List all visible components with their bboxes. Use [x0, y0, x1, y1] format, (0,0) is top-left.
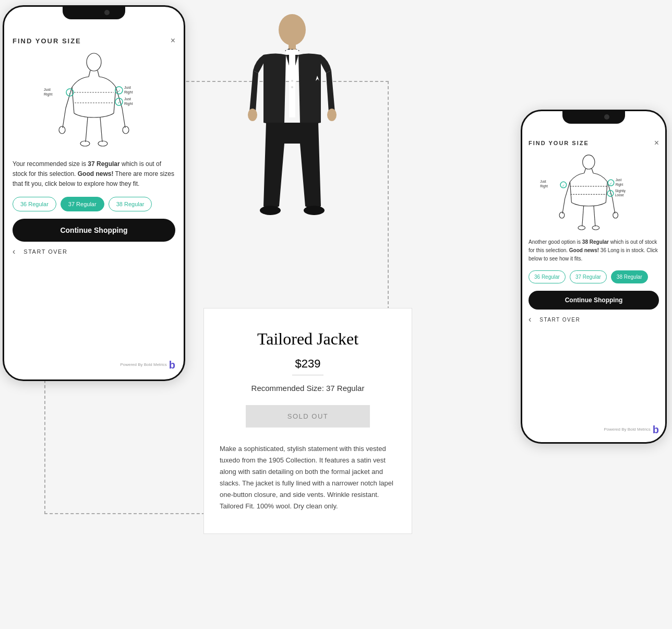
- svg-line-50: [562, 198, 565, 213]
- phone-camera-left: [104, 10, 110, 15]
- svg-text:Right: Right: [540, 184, 548, 188]
- left-phone-content: FIND YOUR SIZE ×: [4, 22, 184, 379]
- right-back-arrow-icon[interactable]: ‹: [529, 315, 531, 324]
- svg-point-9: [59, 126, 65, 134]
- svg-point-0: [87, 53, 101, 71]
- product-image-container: [219, 5, 365, 261]
- right-label-just-right-top: ✓ Just Right: [115, 86, 133, 94]
- svg-point-10: [123, 126, 129, 134]
- right-start-over-link[interactable]: START OVER: [539, 317, 580, 323]
- left-phone: FIND YOUR SIZE ×: [3, 5, 185, 381]
- svg-text:Right: Right: [124, 90, 133, 94]
- left-back-arrow-icon[interactable]: ‹: [13, 247, 15, 256]
- right-body-svg: ✓ Just Right ✓ Just Right + Slightly Loo…: [536, 153, 651, 234]
- left-start-over-link[interactable]: START OVER: [23, 248, 67, 255]
- left-size-36-regular[interactable]: 36 Regular: [13, 197, 56, 211]
- product-card: Tailored Jacket $239 Recommended Size: 3…: [203, 308, 412, 534]
- left-body-figure: ✓ Just Right ✓ Just Right ✓ Just Right: [13, 51, 175, 155]
- svg-text:Just: Just: [124, 97, 131, 101]
- sold-out-button: SOLD OUT: [246, 405, 370, 428]
- right-label-just-right-bottom: ✓ Just Right: [115, 97, 133, 106]
- svg-text:Right: Right: [616, 183, 623, 187]
- left-bottom-nav: ‹ START OVER: [13, 247, 175, 256]
- right-size-36-regular[interactable]: 36 Regular: [529, 270, 566, 283]
- svg-line-45: [592, 169, 593, 173]
- right-powered-by: Powered By Bold Metrics b: [529, 424, 659, 436]
- right-bm-logo: b: [653, 424, 659, 436]
- right-recommendation-text: Another good option is 38 Regular which …: [529, 238, 659, 263]
- right-size-buttons: 36 Regular 37 Regular 38 Regular: [529, 270, 659, 283]
- svg-text:Loose: Loose: [615, 193, 625, 197]
- svg-line-46: [570, 182, 571, 203]
- left-rec-size: 37 Regular: [88, 160, 119, 168]
- svg-line-7: [63, 108, 66, 128]
- svg-text:Just: Just: [540, 180, 546, 183]
- svg-point-56: [578, 226, 585, 230]
- svg-line-44: [584, 169, 586, 173]
- svg-point-39: [304, 206, 325, 215]
- svg-point-42: [291, 86, 293, 88]
- svg-point-29: [279, 14, 306, 45]
- svg-point-57: [592, 226, 599, 230]
- left-powered-by: Powered By Bold Metrics b: [13, 359, 175, 371]
- svg-text:✓: ✓: [117, 89, 121, 93]
- svg-line-55: [594, 206, 595, 227]
- svg-point-43: [583, 155, 595, 169]
- right-close-button[interactable]: ×: [654, 138, 659, 148]
- left-recommendation-text: Your recommended size is 37 Regular whic…: [13, 159, 175, 189]
- right-phone-right-label-top: ✓ Just Right: [608, 178, 623, 187]
- left-close-button[interactable]: ×: [171, 36, 175, 45]
- svg-text:✓: ✓: [117, 100, 121, 105]
- left-bm-logo: b: [169, 359, 175, 371]
- left-find-size-title: FIND YOUR SIZE: [13, 37, 81, 45]
- phone-notch-left: [63, 7, 125, 19]
- svg-line-12: [100, 117, 102, 142]
- right-find-size-header: FIND YOUR SIZE ×: [529, 138, 659, 148]
- svg-text:+: +: [609, 191, 611, 196]
- left-good-news: Good news!: [78, 170, 114, 177]
- right-good-news: Good news!: [569, 247, 599, 253]
- right-phone-content: FIND YOUR SIZE ×: [522, 127, 665, 442]
- svg-line-51: [613, 198, 615, 213]
- svg-point-38: [260, 206, 281, 215]
- svg-text:Just: Just: [44, 88, 51, 91]
- svg-point-41: [291, 80, 293, 82]
- left-continue-shopping-button[interactable]: Continue Shopping: [13, 219, 175, 242]
- svg-point-13: [80, 141, 90, 146]
- phone-camera-right: [604, 114, 609, 120]
- right-phone-left-label: ✓ Just Right: [540, 180, 566, 188]
- right-size-37-regular[interactable]: 37 Regular: [570, 270, 607, 283]
- left-find-size-header: FIND YOUR SIZE ×: [13, 36, 175, 45]
- right-continue-shopping-button[interactable]: Continue Shopping: [529, 291, 659, 310]
- left-rec-prefix: Your recommended size is: [13, 160, 88, 168]
- left-body-svg: ✓ Just Right ✓ Just Right ✓ Just Right: [42, 51, 146, 155]
- svg-text:Slightly: Slightly: [615, 189, 626, 193]
- phone-notch-right: [562, 111, 625, 124]
- right-size-38-regular[interactable]: 38 Regular: [611, 270, 648, 283]
- product-price: $239: [220, 357, 396, 371]
- svg-line-11: [86, 117, 88, 142]
- left-size-buttons: 36 Regular 37 Regular 38 Regular: [13, 197, 175, 211]
- svg-point-53: [613, 212, 618, 218]
- right-body-figure: ✓ Just Right ✓ Just Right + Slightly Loo…: [529, 153, 659, 234]
- product-divider: [292, 375, 323, 375]
- svg-line-2: [98, 70, 99, 77]
- right-phone: FIND YOUR SIZE ×: [521, 110, 667, 444]
- svg-line-47: [606, 182, 607, 203]
- right-bottom-nav: ‹ START OVER: [529, 315, 659, 324]
- product-recommended-size: Recommended Size: 37 Regular: [220, 384, 396, 393]
- left-powered-text: Powered By Bold Metrics: [120, 362, 166, 367]
- left-size-37-regular[interactable]: 37 Regular: [61, 197, 104, 211]
- svg-text:✓: ✓: [609, 182, 613, 185]
- svg-point-37: [327, 109, 337, 121]
- left-size-38-regular[interactable]: 38 Regular: [109, 197, 152, 211]
- product-title: Tailored Jacket: [220, 329, 396, 349]
- svg-text:Just: Just: [616, 178, 622, 182]
- svg-line-1: [89, 70, 90, 77]
- svg-line-54: [582, 206, 584, 227]
- right-find-size-title: FIND YOUR SIZE: [529, 140, 589, 146]
- right-rec-prefix: Another good option is: [529, 239, 582, 245]
- svg-text:Right: Right: [124, 102, 133, 106]
- left-label-just-right: ✓ Just Right: [44, 88, 74, 97]
- svg-point-52: [559, 212, 565, 218]
